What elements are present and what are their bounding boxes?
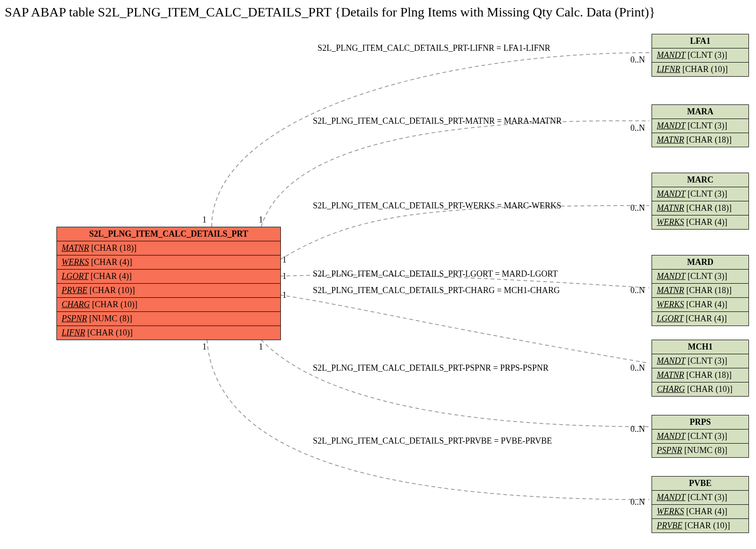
entity-lfa1: LFA1 MANDT [CLNT (3)] LIFNR [CHAR (10)] (652, 34, 749, 77)
field-row: LGORT [CHAR (4)] (652, 312, 748, 326)
cardinality: 1 (282, 255, 286, 265)
cardinality: 0..N (630, 203, 645, 213)
entity-header: MARC (652, 173, 748, 187)
field-row: MATNR [CHAR (18)] (652, 368, 748, 382)
page-title: SAP ABAP table S2L_PLNG_ITEM_CALC_DETAIL… (5, 5, 756, 20)
field-row: MATNR [CHAR (18)] (652, 133, 748, 147)
field-row: WERKS [CHAR (4)] (57, 255, 280, 270)
field-row: MANDT [CLNT (3)] (652, 48, 748, 63)
entity-header: MARD (652, 255, 748, 270)
cardinality: 1 (259, 342, 263, 352)
relation-label: S2L_PLNG_ITEM_CALC_DETAILS_PRT-CHARG = M… (313, 286, 560, 295)
entity-main: S2L_PLNG_ITEM_CALC_DETAILS_PRT MATNR [CH… (56, 227, 281, 340)
cardinality: 1 (202, 215, 207, 225)
entity-header: PRPS (652, 415, 748, 430)
cardinality: 1 (259, 215, 263, 225)
field-row: PSPNR [NUMC (8)] (57, 312, 280, 326)
cardinality: 0..N (630, 123, 645, 133)
cardinality: 1 (282, 271, 286, 281)
field-row: LIFNR [CHAR (10)] (652, 63, 748, 76)
field-row: PRVBE [CHAR (10)] (652, 519, 748, 533)
entity-main-header: S2L_PLNG_ITEM_CALC_DETAILS_PRT (57, 227, 280, 241)
field-row: MATNR [CHAR (18)] (652, 201, 748, 215)
relation-label: S2L_PLNG_ITEM_CALC_DETAILS_PRT-LGORT = M… (313, 269, 557, 279)
relation-label: S2L_PLNG_ITEM_CALC_DETAILS_PRT-LIFNR = L… (318, 43, 550, 53)
field-row: LIFNR [CHAR (10)] (57, 326, 280, 340)
field-row: MANDT [CLNT (3)] (652, 187, 748, 201)
entity-prps: PRPS MANDT [CLNT (3)] PSPNR [NUMC (8)] (652, 415, 749, 458)
cardinality: 0..N (630, 424, 645, 434)
field-row: MATNR [CHAR (18)] (57, 241, 280, 255)
cardinality: 0..N (630, 286, 645, 295)
entity-header: MARA (652, 105, 748, 119)
cardinality: 0..N (630, 363, 645, 373)
field-row: CHARG [CHAR (10)] (652, 382, 748, 396)
field-row: PSPNR [NUMC (8)] (652, 444, 748, 457)
field-row: MATNR [CHAR (18)] (652, 284, 748, 298)
diagram-canvas: S2L_PLNG_ITEM_CALC_DETAILS_PRT MATNR [CH… (5, 24, 751, 549)
field-row: WERKS [CHAR (4)] (652, 505, 748, 519)
field-row: MANDT [CLNT (3)] (652, 119, 748, 133)
entity-pvbe: PVBE MANDT [CLNT (3)] WERKS [CHAR (4)] P… (652, 476, 749, 533)
field-row: MANDT [CLNT (3)] (652, 270, 748, 284)
field-row: WERKS [CHAR (4)] (652, 298, 748, 312)
field-row: MANDT [CLNT (3)] (652, 491, 748, 505)
field-row: LGORT [CHAR (4)] (57, 270, 280, 284)
relation-label: S2L_PLNG_ITEM_CALC_DETAILS_PRT-WERKS = M… (313, 201, 561, 211)
field-row: CHARG [CHAR (10)] (57, 298, 280, 312)
relation-label: S2L_PLNG_ITEM_CALC_DETAILS_PRT-PSPNR = P… (313, 363, 549, 373)
cardinality: 0..N (630, 497, 645, 507)
relation-label: S2L_PLNG_ITEM_CALC_DETAILS_PRT-PRVBE = P… (313, 436, 552, 446)
field-row: WERKS [CHAR (4)] (652, 215, 748, 229)
cardinality: 1 (202, 342, 207, 352)
field-row: MANDT [CLNT (3)] (652, 354, 748, 368)
entity-header: MCH1 (652, 340, 748, 354)
entity-mch1: MCH1 MANDT [CLNT (3)] MATNR [CHAR (18)] … (652, 340, 749, 397)
entity-header: PVBE (652, 477, 748, 491)
entity-header: LFA1 (652, 34, 748, 48)
field-row: MANDT [CLNT (3)] (652, 430, 748, 444)
cardinality: 1 (282, 290, 286, 300)
entity-mara: MARA MANDT [CLNT (3)] MATNR [CHAR (18)] (652, 104, 749, 147)
field-row: PRVBE [CHAR (10)] (57, 284, 280, 298)
entity-marc: MARC MANDT [CLNT (3)] MATNR [CHAR (18)] … (652, 173, 749, 230)
entity-mard: MARD MANDT [CLNT (3)] MATNR [CHAR (18)] … (652, 255, 749, 326)
relation-label: S2L_PLNG_ITEM_CALC_DETAILS_PRT-MATNR = M… (313, 116, 562, 126)
cardinality: 0..N (630, 55, 645, 65)
